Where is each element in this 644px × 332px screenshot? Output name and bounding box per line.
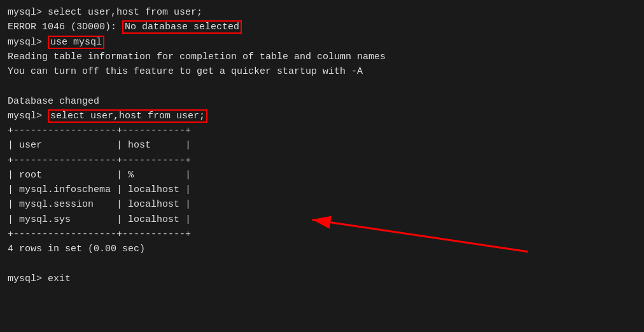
blank-line — [8, 256, 636, 271]
table-header-border: +------------------+-----------+ — [8, 153, 636, 168]
row-count: 4 rows in set (0.00 sec) — [8, 242, 636, 256]
line-7: Database changed — [8, 94, 636, 109]
exit-line: mysql> exit — [8, 272, 636, 286]
line-4: Reading table information for completion… — [8, 50, 636, 64]
table-bottom-border: +------------------+-----------+ — [8, 227, 636, 242]
line-5: You can turn off this feature to get a q… — [8, 64, 636, 79]
table-row-root: | root | % | — [8, 168, 636, 183]
command-highlight-use-mysql: use mysql — [48, 36, 104, 49]
table-header: | user | host | — [8, 138, 636, 153]
table-row-session: | mysql.session | localhost | — [8, 197, 636, 212]
line-6 — [8, 79, 636, 93]
table-row-infoschema: | mysql.infoschema | localhost | — [8, 183, 636, 197]
table-top-border: +------------------+-----------+ — [8, 123, 636, 138]
terminal: mysql> select user,host from user; ERROR… — [8, 5, 636, 327]
line-1: mysql> select user,host from user; — [8, 5, 636, 20]
command-highlight-select: select user,host from user; — [48, 109, 207, 123]
error-highlight-no-database: No database selected — [122, 20, 242, 34]
line-8: mysql> select user,host from user; — [8, 109, 636, 123]
line-2: ERROR 1046 (3D000): No database selected — [8, 20, 636, 34]
table-row-sys: | mysql.sys | localhost | — [8, 212, 636, 227]
line-3: mysql> use mysql — [8, 35, 636, 50]
